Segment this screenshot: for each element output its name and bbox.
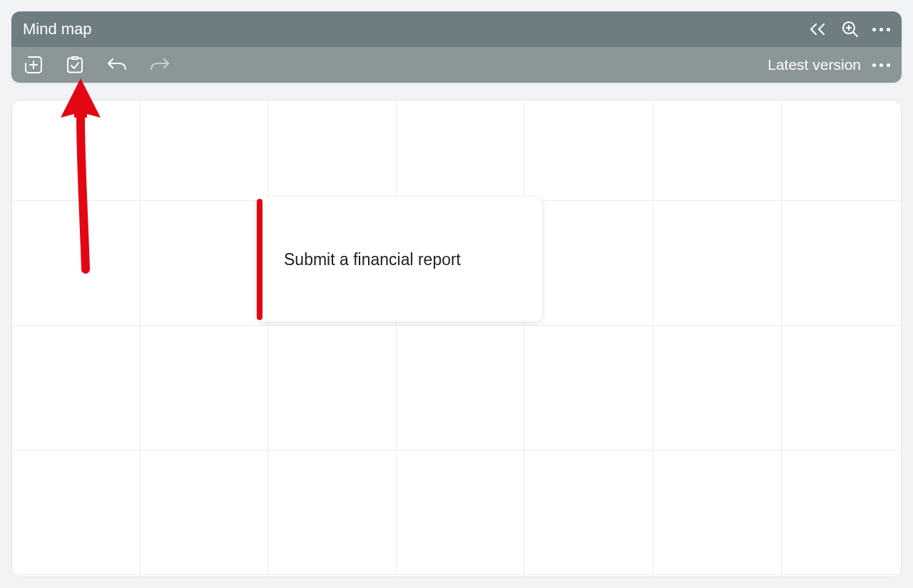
panel-header-actions	[808, 20, 890, 38]
mind-map-canvas[interactable]: Submit a financial report	[11, 100, 902, 577]
version-more-icon[interactable]	[872, 63, 890, 67]
mind-map-node[interactable]: Submit a financial report	[257, 197, 542, 321]
node-accent-stripe	[257, 199, 262, 320]
collapse-icon[interactable]	[808, 22, 828, 36]
version-label[interactable]: Latest version	[767, 56, 861, 73]
node-text: Submit a financial report	[284, 250, 461, 269]
toolbar-left	[23, 54, 171, 76]
undo-icon[interactable]	[106, 55, 128, 75]
toolbar: Latest version	[11, 47, 902, 83]
clipboard-check-icon[interactable]	[64, 54, 86, 76]
more-menu-icon[interactable]	[872, 28, 890, 31]
zoom-in-icon[interactable]	[841, 20, 860, 38]
redo-icon[interactable]	[148, 55, 171, 75]
add-node-icon[interactable]	[23, 54, 44, 76]
panel-title: Mind map	[23, 20, 92, 38]
toolbar-right: Latest version	[767, 56, 890, 73]
mind-map-panel: Mind map	[11, 11, 902, 83]
svg-line-1	[853, 32, 857, 36]
panel-header: Mind map	[11, 11, 902, 47]
